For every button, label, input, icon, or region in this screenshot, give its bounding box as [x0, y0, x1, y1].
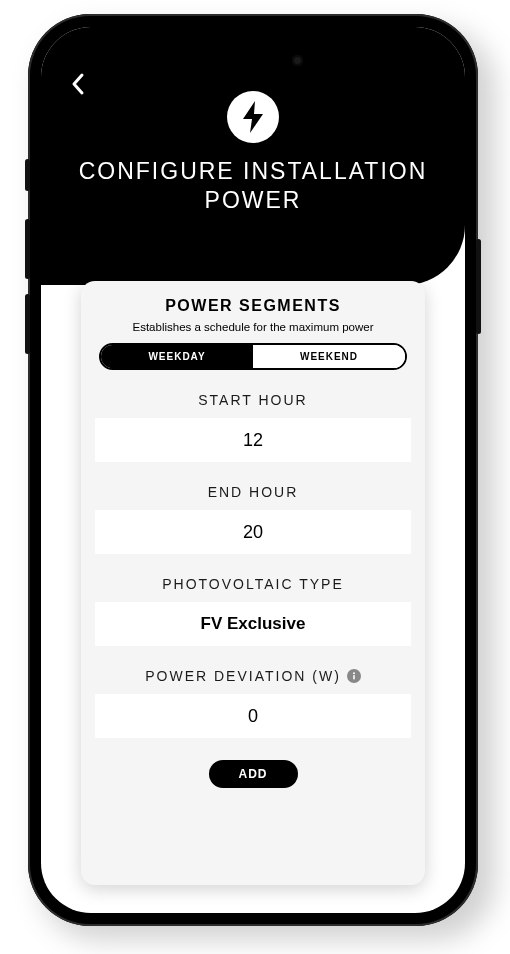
toggle-weekend[interactable]: WEEKEND — [253, 345, 405, 368]
back-button[interactable] — [63, 69, 93, 99]
power-deviation-label-text: POWER DEVIATION (W) — [145, 668, 341, 684]
svg-point-0 — [353, 672, 355, 674]
day-type-toggle: WEEKDAY WEEKEND — [99, 343, 407, 370]
header-icon-circle — [227, 91, 279, 143]
dynamic-island — [189, 43, 317, 77]
screen: CONFIGURE INSTALLATION POWER POWER SEGME… — [41, 27, 465, 913]
power-deviation-input[interactable]: 0 — [95, 694, 411, 738]
phone-frame: CONFIGURE INSTALLATION POWER POWER SEGME… — [28, 14, 478, 926]
add-button[interactable]: ADD — [209, 760, 298, 788]
photovoltaic-type-label: PHOTOVOLTAIC TYPE — [95, 576, 411, 592]
page-title: CONFIGURE INSTALLATION POWER — [41, 157, 465, 215]
card-subtitle: Establishes a schedule for the maximum p… — [95, 321, 411, 333]
info-icon[interactable] — [347, 669, 361, 683]
volume-up-button — [25, 219, 30, 279]
volume-switch — [25, 159, 30, 191]
front-camera — [292, 55, 303, 66]
photovoltaic-type-select[interactable]: FV Exclusive — [95, 602, 411, 646]
svg-rect-1 — [353, 675, 355, 680]
power-button — [476, 239, 481, 334]
start-hour-input[interactable]: 12 — [95, 418, 411, 462]
card-title: POWER SEGMENTS — [95, 297, 411, 315]
power-deviation-label: POWER DEVIATION (W) — [95, 668, 411, 684]
chevron-left-icon — [70, 72, 86, 96]
end-hour-label: END HOUR — [95, 484, 411, 500]
info-icon-glyph — [350, 672, 358, 680]
toggle-weekday[interactable]: WEEKDAY — [101, 345, 253, 368]
end-hour-input[interactable]: 20 — [95, 510, 411, 554]
start-hour-label: START HOUR — [95, 392, 411, 408]
volume-down-button — [25, 294, 30, 354]
bolt-icon — [240, 101, 266, 133]
power-segments-card: POWER SEGMENTS Establishes a schedule fo… — [81, 281, 425, 885]
